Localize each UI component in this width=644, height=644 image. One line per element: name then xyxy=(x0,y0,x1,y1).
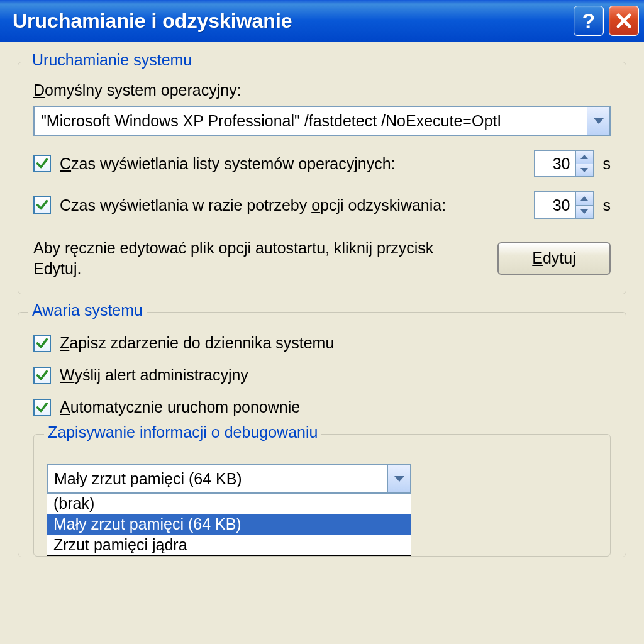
group-failure: Awaria systemu Zapisz zdarzenie do dzien… xyxy=(18,312,626,557)
chevron-down-icon xyxy=(394,476,404,482)
default-os-dropdown-button[interactable] xyxy=(587,107,609,135)
spinner-buttons xyxy=(575,151,593,176)
checkbox-display-os-list[interactable] xyxy=(33,155,51,172)
group-startup: Uruchamianie systemu DDomyślny system op… xyxy=(18,62,626,294)
check-icon xyxy=(35,157,49,170)
check-icon xyxy=(35,401,49,414)
default-os-value: "Microsoft Windows XP Professional" /fas… xyxy=(35,112,587,130)
dump-option-none[interactable]: (brak) xyxy=(47,493,411,514)
spinner-down-button[interactable] xyxy=(576,205,593,218)
group-debug-info: Zapisywanie informacji o debugowaniu Mał… xyxy=(33,434,611,557)
dump-type-dropdown-list: (brak) Mały zrzut pamięci (64 KB) Zrzut … xyxy=(47,492,411,556)
window-title: Uruchamianie i odzyskiwanie xyxy=(13,9,574,33)
group-failure-legend: Awaria systemu xyxy=(28,301,147,319)
group-debug-legend: Zapisywanie informacji o debugowaniu xyxy=(44,423,321,441)
titlebar: Uruchamianie i odzyskiwanie ? xyxy=(0,0,644,42)
check-icon xyxy=(35,336,49,350)
row-display-recovery: Czas wyświetlania w razie potrzeby opcji… xyxy=(33,191,611,219)
spinner-down-button[interactable] xyxy=(576,164,593,177)
checkbox-log-event[interactable] xyxy=(33,335,51,352)
check-icon xyxy=(35,198,49,212)
check-icon xyxy=(35,369,49,382)
chevron-down-icon xyxy=(594,118,604,124)
dump-type-dropdown-button[interactable] xyxy=(387,465,410,492)
dump-type-combo[interactable]: Mały zrzut pamięci (64 KB) xyxy=(47,464,411,494)
spinner-os-list-time[interactable]: 30 xyxy=(534,150,594,177)
row-log-event: Zapisz zdarzenie do dziennika systemu xyxy=(33,334,611,352)
label-display-os-list: Czas wyświetlania listy systemów operacy… xyxy=(60,155,525,173)
label-auto-restart: Automatycznie uruchom ponownie xyxy=(60,398,300,416)
close-button[interactable] xyxy=(609,6,639,36)
row-edit-bootini: Aby ręcznie edytować plik opcji autostar… xyxy=(33,238,611,279)
label-display-recovery: Czas wyświetlania w razie potrzeby opcji… xyxy=(60,196,525,214)
row-send-alert: Wyślij alert administracyjny xyxy=(33,366,611,384)
spinner-recovery-value: 30 xyxy=(535,192,575,218)
checkbox-send-alert[interactable] xyxy=(33,367,51,384)
unit-seconds-2: s xyxy=(603,196,611,214)
row-auto-restart: Automatycznie uruchom ponownie xyxy=(33,398,611,416)
spinner-buttons xyxy=(575,192,593,218)
edit-bootini-text: Aby ręcznie edytować plik opcji autostar… xyxy=(33,238,482,279)
arrow-down-icon xyxy=(580,168,588,172)
unit-seconds-1: s xyxy=(603,155,611,173)
close-icon xyxy=(616,13,632,29)
checkbox-auto-restart[interactable] xyxy=(33,399,51,416)
help-button[interactable]: ? xyxy=(574,6,604,36)
dump-type-value: Mały zrzut pamięci (64 KB) xyxy=(48,470,387,488)
checkbox-display-recovery[interactable] xyxy=(33,196,51,214)
row-display-os-list: Czas wyświetlania listy systemów operacy… xyxy=(33,150,611,177)
spinner-recovery-time[interactable]: 30 xyxy=(534,191,594,219)
arrow-up-icon xyxy=(580,196,588,201)
label-send-alert: Wyślij alert administracyjny xyxy=(60,366,248,384)
default-os-label: DDomyślny system operacyjny:omyślny syst… xyxy=(33,81,611,99)
group-startup-legend: Uruchamianie systemu xyxy=(28,51,196,69)
arrow-up-icon xyxy=(580,155,588,159)
label-log-event: Zapisz zdarzenie do dziennika systemu xyxy=(60,334,334,352)
titlebar-buttons: ? xyxy=(574,6,639,36)
edit-button[interactable]: Edytuj xyxy=(497,242,611,275)
arrow-down-icon xyxy=(580,209,588,214)
spinner-os-list-value: 30 xyxy=(535,151,575,176)
spinner-up-button[interactable] xyxy=(576,151,593,164)
dump-option-kernel[interactable]: Zrzut pamięci jądra xyxy=(47,535,411,555)
default-os-combo[interactable]: "Microsoft Windows XP Professional" /fas… xyxy=(33,106,611,136)
spinner-up-button[interactable] xyxy=(576,192,593,205)
dump-option-small[interactable]: Mały zrzut pamięci (64 KB) xyxy=(47,514,411,535)
client-area: Uruchamianie systemu DDomyślny system op… xyxy=(0,42,644,644)
